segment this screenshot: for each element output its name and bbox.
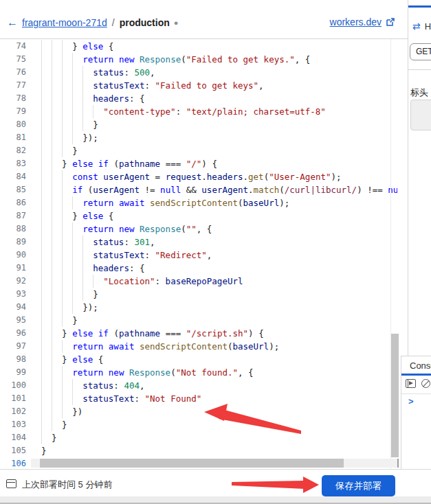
code-line-94[interactable]: }); (41, 301, 397, 314)
indent-guide (52, 144, 62, 157)
line-number-104[interactable]: 104 (0, 431, 26, 444)
code-lines[interactable]: } else {return new Response("Failed to g… (41, 40, 397, 469)
indent-guide (41, 92, 52, 105)
workers-dev-link[interactable]: workers.dev (330, 16, 382, 27)
code-line-78[interactable]: headers: { (41, 92, 397, 105)
method-select[interactable]: GET (410, 43, 431, 60)
code-line-91[interactable]: headers: { (41, 262, 397, 275)
line-number-81[interactable]: 81 (0, 131, 26, 144)
code-line-74[interactable]: } else { (41, 40, 397, 53)
line-number-80[interactable]: 80 (0, 118, 26, 131)
code-line-93[interactable]: } (41, 288, 397, 301)
deploy-history-icon (6, 479, 16, 488)
headers-label: 标头 (410, 87, 428, 99)
code-line-80[interactable]: } (41, 118, 397, 131)
indent-guide (62, 340, 72, 353)
code-line-100[interactable]: status: 404, (41, 379, 397, 392)
line-number-87[interactable]: 87 (0, 209, 26, 222)
code-line-96[interactable]: } else if (pathname === "/script.sh") { (41, 327, 397, 340)
tab-console[interactable]: Console (410, 360, 431, 371)
code-line-95[interactable]: } (41, 314, 397, 327)
line-number-92[interactable]: 92 (0, 275, 26, 288)
tab-http[interactable]: ⇄HTTP (412, 21, 431, 32)
line-number-82[interactable]: 82 (0, 144, 26, 157)
code-line-79[interactable]: "content-type": "text/plain; charset=utf… (41, 105, 397, 118)
code-line-105[interactable]: } (41, 444, 397, 457)
line-number-83[interactable]: 83 (0, 157, 26, 170)
line-number-105[interactable]: 105 (0, 444, 26, 457)
indent-guide (41, 183, 52, 196)
code-line-88[interactable]: return new Response("", { (41, 222, 397, 236)
code-editor[interactable]: 7475767778798081828384858687888990919293… (0, 39, 397, 469)
code-line-82[interactable]: } (41, 144, 397, 157)
line-number-85[interactable]: 85 (0, 183, 26, 196)
line-number-90[interactable]: 90 (0, 249, 26, 262)
worker-name-link[interactable]: fragrant-moon-271d (22, 17, 107, 28)
code-line-102[interactable]: }) (41, 405, 397, 418)
code-line-89[interactable]: status: 301, (41, 236, 397, 249)
indent-guide (52, 183, 62, 196)
line-number-101[interactable]: 101 (0, 392, 26, 405)
indent-guide (62, 392, 72, 405)
line-number-76[interactable]: 76 (0, 66, 26, 79)
line-number-106[interactable]: 106 (0, 457, 26, 469)
code-line-104[interactable]: } (41, 431, 397, 444)
console-panel: Console > (401, 356, 431, 469)
vertical-scrollbar-thumb[interactable] (391, 334, 399, 457)
line-number-86[interactable]: 86 (0, 196, 26, 209)
code-line-87[interactable]: } else { (41, 209, 397, 222)
indent-guide (72, 92, 82, 105)
line-number-79[interactable]: 79 (0, 105, 26, 118)
indent-guide (41, 418, 52, 431)
line-number-91[interactable]: 91 (0, 262, 26, 275)
code-line-90[interactable]: statusText: "Redirect", (41, 249, 397, 262)
code-line-101[interactable]: statusText: "Not Found" (41, 392, 397, 405)
code-line-97[interactable]: return await sendScriptContent(baseUrl); (41, 340, 397, 353)
code-line-77[interactable]: statusText: "Failed to get keys", (41, 79, 397, 92)
line-number-98[interactable]: 98 (0, 353, 26, 366)
external-link-icon[interactable] (386, 17, 395, 27)
code-line-85[interactable]: if (userAgent != null && userAgent.match… (41, 183, 397, 196)
indent-guide (72, 288, 82, 301)
code-line-99[interactable]: return new Response("Not found.", { (41, 366, 397, 379)
gutter[interactable]: 7475767778798081828384858687888990919293… (0, 40, 26, 469)
code-line-98[interactable]: } else { (41, 353, 397, 366)
line-number-97[interactable]: 97 (0, 340, 26, 353)
clear-console-icon[interactable] (421, 379, 430, 388)
line-number-93[interactable]: 93 (0, 288, 26, 301)
line-number-88[interactable]: 88 (0, 222, 26, 236)
line-number-78[interactable]: 78 (0, 92, 26, 105)
code-line-83[interactable]: } else if (pathname === "/") { (41, 157, 397, 170)
run-console-icon[interactable] (406, 379, 416, 388)
line-number-99[interactable]: 99 (0, 366, 26, 379)
code-line-76[interactable]: status: 500, (41, 66, 397, 79)
code-line-103[interactable]: } (41, 418, 397, 431)
console-prompt-input[interactable]: > (408, 396, 414, 406)
code-line-75[interactable]: return new Response("Failed to get keys.… (41, 53, 397, 66)
horizontal-scrollbar-thumb[interactable] (40, 459, 344, 468)
line-number-94[interactable]: 94 (0, 301, 26, 314)
indent-guide (62, 236, 72, 249)
code-line-86[interactable]: return await sendScriptContent(baseUrl); (41, 196, 397, 209)
code-line-92[interactable]: "Location": baseRepoPageUrl (41, 275, 397, 288)
indent-guide (52, 353, 62, 366)
line-number-96[interactable]: 96 (0, 327, 26, 340)
indent-guide (72, 249, 82, 262)
line-number-102[interactable]: 102 (0, 405, 26, 418)
line-number-77[interactable]: 77 (0, 79, 26, 92)
code-line-81[interactable]: }); (41, 131, 397, 144)
line-number-95[interactable]: 95 (0, 314, 26, 327)
line-number-84[interactable]: 84 (0, 170, 26, 183)
indent-guide (72, 301, 82, 314)
line-number-103[interactable]: 103 (0, 418, 26, 431)
headers-input[interactable] (410, 100, 431, 130)
save-and-deploy-button[interactable]: 保存并部署 (322, 475, 395, 496)
panel-divider (408, 69, 431, 70)
code-line-84[interactable]: const userAgent = request.headers.get("U… (41, 170, 397, 183)
line-number-89[interactable]: 89 (0, 236, 26, 249)
breadcrumb-separator: / (112, 17, 115, 28)
line-number-75[interactable]: 75 (0, 53, 26, 66)
line-number-100[interactable]: 100 (0, 379, 26, 392)
back-arrow-icon[interactable]: ← (7, 16, 18, 28)
line-number-74[interactable]: 74 (0, 40, 26, 53)
